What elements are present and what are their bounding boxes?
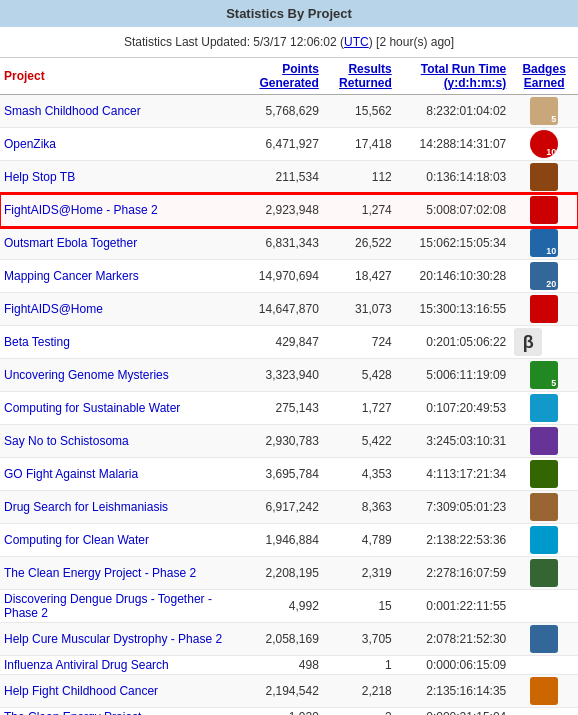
col-header-runtime[interactable]: Total Run Time (y:d:h:m:s) (396, 58, 511, 95)
results-cell: 1,727 (323, 392, 396, 425)
utc-link[interactable]: UTC (344, 35, 369, 49)
points-cell: 5,768,629 (240, 95, 323, 128)
col-header-results[interactable]: Results Returned (323, 58, 396, 95)
badge-icon: 5 (530, 97, 558, 125)
project-name-cell: Beta Testing (0, 326, 240, 359)
points-cell: 1,946,884 (240, 524, 323, 557)
project-name-cell: Help Fight Childhood Cancer (0, 675, 240, 708)
results-cell: 4,789 (323, 524, 396, 557)
table-row: Outsmart Ebola Together6,831,34326,52215… (0, 227, 578, 260)
table-row: The Clean Energy Project1,92920:000:21:1… (0, 708, 578, 716)
project-name-cell: Help Cure Muscular Dystrophy - Phase 2 (0, 623, 240, 656)
points-cell: 211,534 (240, 161, 323, 194)
results-cell: 112 (323, 161, 396, 194)
badge-cell: 20 (510, 260, 578, 293)
project-name-cell: Say No to Schistosoma (0, 425, 240, 458)
badge-icon (530, 196, 558, 224)
table-row: Smash Childhood Cancer5,768,62915,5628:2… (0, 95, 578, 128)
project-link[interactable]: GO Fight Against Malaria (4, 467, 138, 481)
runtime-sort-link[interactable]: Total Run Time (y:d:h:m:s) (421, 62, 507, 90)
badge-cell (510, 590, 578, 623)
project-link[interactable]: Say No to Schistosoma (4, 434, 129, 448)
project-link[interactable]: The Clean Energy Project - Phase 2 (4, 566, 196, 580)
project-name-cell: Drug Search for Leishmaniasis (0, 491, 240, 524)
table-row: GO Fight Against Malaria3,695,7844,3534:… (0, 458, 578, 491)
table-row: Mapping Cancer Markers14,970,69418,42720… (0, 260, 578, 293)
project-link[interactable]: FightAIDS@Home (4, 302, 103, 316)
badge-cell: 5 (510, 359, 578, 392)
results-cell: 2,319 (323, 557, 396, 590)
results-cell: 26,522 (323, 227, 396, 260)
project-name-cell: Computing for Sustainable Water (0, 392, 240, 425)
badge-icon: 5 (530, 361, 558, 389)
project-name-cell: Discovering Dengue Drugs - Together - Ph… (0, 590, 240, 623)
col-header-badges[interactable]: Badges Earned (510, 58, 578, 95)
results-cell: 2,218 (323, 675, 396, 708)
badge-number: 5 (551, 114, 556, 124)
badge-cell (510, 623, 578, 656)
runtime-cell: 2:278:16:07:59 (396, 557, 511, 590)
results-cell: 8,363 (323, 491, 396, 524)
project-link[interactable]: Outsmart Ebola Together (4, 236, 137, 250)
badge-icon (530, 625, 558, 653)
results-cell: 5,428 (323, 359, 396, 392)
project-link[interactable]: Mapping Cancer Markers (4, 269, 139, 283)
points-cell: 6,471,927 (240, 128, 323, 161)
runtime-cell: 5:006:11:19:09 (396, 359, 511, 392)
badge-cell: 5 (510, 95, 578, 128)
badge-cell: 10 (510, 227, 578, 260)
project-link[interactable]: OpenZika (4, 137, 56, 151)
project-link[interactable]: Beta Testing (4, 335, 70, 349)
badge-cell (510, 491, 578, 524)
col-header-points[interactable]: Points Generated (240, 58, 323, 95)
project-link[interactable]: Help Stop TB (4, 170, 75, 184)
project-link[interactable]: Computing for Sustainable Water (4, 401, 180, 415)
runtime-cell: 20:146:10:30:28 (396, 260, 511, 293)
badge-number: 5 (551, 378, 556, 388)
badge-icon (530, 163, 558, 191)
project-link[interactable]: Help Cure Muscular Dystrophy - Phase 2 (4, 632, 222, 646)
badge-icon (530, 526, 558, 554)
badge-cell (510, 524, 578, 557)
results-cell: 4,353 (323, 458, 396, 491)
badge-cell (510, 293, 578, 326)
runtime-cell: 0:001:22:11:55 (396, 590, 511, 623)
badge-icon (530, 493, 558, 521)
badges-sort-link[interactable]: Badges Earned (522, 62, 565, 90)
project-name-cell: Outsmart Ebola Together (0, 227, 240, 260)
results-sort-link[interactable]: Results Returned (339, 62, 392, 90)
table-row: Computing for Clean Water1,946,8844,7892… (0, 524, 578, 557)
project-link[interactable]: FightAIDS@Home - Phase 2 (4, 203, 158, 217)
project-link[interactable]: Influenza Antiviral Drug Search (4, 658, 169, 672)
points-cell: 2,194,542 (240, 675, 323, 708)
project-name-cell: Uncovering Genome Mysteries (0, 359, 240, 392)
project-link[interactable]: Computing for Clean Water (4, 533, 149, 547)
project-name-cell: FightAIDS@Home - Phase 2 (0, 194, 240, 227)
badge-icon (530, 460, 558, 488)
points-cell: 6,917,242 (240, 491, 323, 524)
badge-cell (510, 656, 578, 675)
project-link[interactable]: Help Fight Childhood Cancer (4, 684, 158, 698)
badge-cell (510, 675, 578, 708)
project-link[interactable]: Uncovering Genome Mysteries (4, 368, 169, 382)
results-cell: 1,274 (323, 194, 396, 227)
project-link[interactable]: Smash Childhood Cancer (4, 104, 141, 118)
badge-number: 10 (546, 147, 556, 157)
project-link[interactable]: The Clean Energy Project (4, 710, 141, 715)
points-cell: 498 (240, 656, 323, 675)
runtime-cell: 15:062:15:05:34 (396, 227, 511, 260)
results-cell: 3,705 (323, 623, 396, 656)
points-cell: 1,929 (240, 708, 323, 716)
project-name-cell: The Clean Energy Project (0, 708, 240, 716)
points-cell: 429,847 (240, 326, 323, 359)
points-sort-link[interactable]: Points Generated (259, 62, 318, 90)
runtime-cell: 4:113:17:21:34 (396, 458, 511, 491)
runtime-cell: 0:136:14:18:03 (396, 161, 511, 194)
points-cell: 3,695,784 (240, 458, 323, 491)
table-row: FightAIDS@Home14,647,87031,07315:300:13:… (0, 293, 578, 326)
project-link[interactable]: Discovering Dengue Drugs - Together - Ph… (4, 592, 212, 620)
runtime-cell: 15:300:13:16:55 (396, 293, 511, 326)
points-cell: 3,323,940 (240, 359, 323, 392)
project-link[interactable]: Drug Search for Leishmaniasis (4, 500, 168, 514)
results-cell: 1 (323, 656, 396, 675)
